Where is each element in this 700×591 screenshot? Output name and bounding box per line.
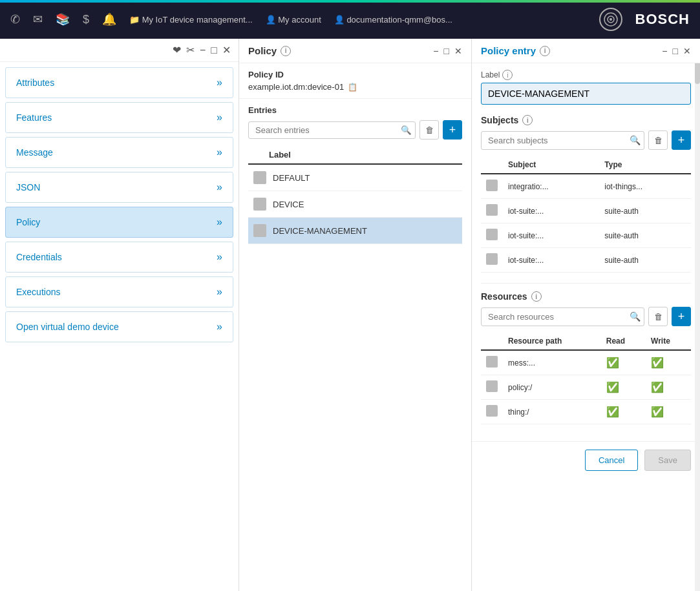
sidebar-item-features[interactable]: Features » xyxy=(5,102,233,133)
entries-search-input[interactable] xyxy=(248,121,416,139)
policy-minimize-btn[interactable]: − xyxy=(433,46,438,56)
middle-panel: Policy i − □ ✕ Policy ID example.iot.dm:… xyxy=(239,39,472,591)
policy-entry-info-icon[interactable]: i xyxy=(540,46,550,56)
policy-panel-title-bar: Policy i − □ ✕ xyxy=(239,39,471,63)
resource-2-checkbox[interactable] xyxy=(486,405,498,417)
user-email-nav[interactable]: 👤 documentation-qmm@bos... xyxy=(334,15,452,25)
json-label: JSON xyxy=(16,182,40,192)
entries-delete-button[interactable]: 🗑 xyxy=(419,120,439,140)
entry-close-btn[interactable]: ✕ xyxy=(683,46,691,56)
resources-add-button[interactable]: + xyxy=(672,307,691,326)
device-management-checkbox[interactable] xyxy=(253,224,266,237)
bell-icon[interactable]: 🔔 xyxy=(102,12,116,26)
default-checkbox[interactable] xyxy=(253,171,266,184)
sidebar-item-open-virtual[interactable]: Open virtual demo device » xyxy=(5,311,233,342)
policy-label: Policy xyxy=(16,217,40,227)
entries-search-wrapper: 🔍 xyxy=(248,121,416,139)
entry-minimize-btn[interactable]: − xyxy=(662,46,667,56)
policy-maximize-btn[interactable]: □ xyxy=(444,46,449,56)
subject-row-3[interactable]: iot-suite:... suite-auth xyxy=(481,248,691,273)
subjects-add-button[interactable]: + xyxy=(672,130,691,150)
entry-row-device[interactable]: DEVICE xyxy=(248,191,462,218)
bosch-brand: BOSCH xyxy=(635,11,690,28)
resources-search-bar: 🔍 🗑 + xyxy=(481,307,691,326)
cancel-button[interactable]: Cancel xyxy=(585,450,638,471)
entry-row-device-management[interactable]: DEVICE-MANAGEMENT xyxy=(248,218,462,244)
subjects-search-input[interactable] xyxy=(481,131,644,150)
divider-1 xyxy=(481,283,691,284)
entry-maximize-btn[interactable]: □ xyxy=(673,46,678,56)
svg-point-2 xyxy=(610,18,612,21)
resource-1-path: policy:/ xyxy=(503,375,601,400)
sidebar-item-policy[interactable]: Policy » xyxy=(5,207,233,238)
entry-row-default[interactable]: DEFAULT xyxy=(248,165,462,191)
attributes-label: Attributes xyxy=(16,78,54,88)
save-button[interactable]: Save xyxy=(644,450,691,471)
subject-3-value: iot-suite:... xyxy=(503,248,599,273)
subject-row-0[interactable]: integratio:... iot-things... xyxy=(481,174,691,199)
policy-close-btn[interactable]: ✕ xyxy=(454,46,462,56)
sidebar-item-executions[interactable]: Executions » xyxy=(5,276,233,307)
entries-label: Entries xyxy=(248,105,462,115)
mail-icon[interactable]: ✉ xyxy=(33,12,43,26)
scrollbar[interactable] xyxy=(695,39,700,591)
my-account-nav[interactable]: 👤 My account xyxy=(266,15,321,25)
subject-row-1[interactable]: iot-suite:... suite-auth xyxy=(481,199,691,223)
resources-search-input[interactable] xyxy=(481,307,644,326)
subject-3-checkbox[interactable] xyxy=(486,253,498,265)
subject-0-checkbox[interactable] xyxy=(486,180,498,191)
subjects-delete-button[interactable]: 🗑 xyxy=(648,130,668,150)
label-section: Label i xyxy=(481,70,691,105)
iot-device-nav[interactable]: 📁 My IoT device management... xyxy=(129,15,253,25)
dollar-icon[interactable]: $ xyxy=(83,13,89,26)
subjects-info-icon[interactable]: i xyxy=(522,115,533,125)
top-nav: ✆ ✉ 📚 $ 🔔 📁 My IoT device management... … xyxy=(0,0,700,39)
resource-row-2[interactable]: thing:/ ✅ ✅ xyxy=(481,400,691,424)
device-checkbox[interactable] xyxy=(253,198,266,211)
entries-add-button[interactable]: + xyxy=(443,120,462,140)
resources-info-icon[interactable]: i xyxy=(531,291,542,302)
entries-search-button[interactable]: 🔍 xyxy=(401,125,412,135)
subject-0-type: iot-things... xyxy=(599,174,691,199)
resource-row-0[interactable]: mess:... ✅ ✅ xyxy=(481,350,691,375)
subject-row-2[interactable]: iot-suite:... suite-auth xyxy=(481,223,691,248)
write-col-header: Write xyxy=(646,333,691,350)
resources-delete-button[interactable]: 🗑 xyxy=(648,307,668,326)
label-input[interactable] xyxy=(481,83,691,105)
type-col-header: Type xyxy=(599,156,691,174)
minimize-icon[interactable]: − xyxy=(200,45,206,56)
left-panel-header: ❤ ✂ − □ ✕ xyxy=(0,39,239,62)
resource-row-1[interactable]: policy:/ ✅ ✅ xyxy=(481,375,691,400)
phone-icon[interactable]: ✆ xyxy=(10,12,20,26)
close-icon[interactable]: ✕ xyxy=(222,44,231,56)
book-icon[interactable]: 📚 xyxy=(56,12,70,26)
policy-info-icon[interactable]: i xyxy=(281,46,291,56)
subject-1-checkbox[interactable] xyxy=(486,204,498,216)
entries-search-bar: 🔍 🗑 + xyxy=(248,120,462,140)
resource-0-checkbox[interactable] xyxy=(486,356,498,368)
copy-icon[interactable]: 📋 xyxy=(348,83,357,92)
sidebar-item-credentials[interactable]: Credentials » xyxy=(5,242,233,273)
account-icon: 👤 xyxy=(266,15,276,25)
resources-check-col xyxy=(481,333,503,350)
subject-2-checkbox[interactable] xyxy=(486,229,498,240)
sidebar-item-attributes[interactable]: Attributes » xyxy=(5,67,233,98)
resource-0-write: ✅ xyxy=(646,350,691,375)
features-chevron: » xyxy=(217,112,222,123)
resources-search-icon: 🔍 xyxy=(630,311,641,322)
sidebar-item-message[interactable]: Message » xyxy=(5,137,233,168)
label-info-icon[interactable]: i xyxy=(502,70,513,80)
maximize-icon[interactable]: □ xyxy=(211,45,217,56)
resource-1-checkbox[interactable] xyxy=(486,380,498,392)
subjects-table-header-row: Subject Type xyxy=(481,156,691,174)
message-label: Message xyxy=(16,147,53,158)
resource-2-write: ✅ xyxy=(646,400,691,424)
sidebar-item-json[interactable]: JSON » xyxy=(5,172,233,203)
heart-icon[interactable]: ❤ xyxy=(173,44,181,56)
subjects-table: Subject Type integratio:... iot-things..… xyxy=(481,156,691,273)
resource-0-path: mess:... xyxy=(503,350,601,375)
resource-1-read: ✅ xyxy=(601,375,646,400)
scissors-icon[interactable]: ✂ xyxy=(186,44,195,56)
right-panel-content: Label i Subjects i 🔍 🗑 + xyxy=(472,63,700,441)
open-virtual-chevron: » xyxy=(217,321,222,333)
